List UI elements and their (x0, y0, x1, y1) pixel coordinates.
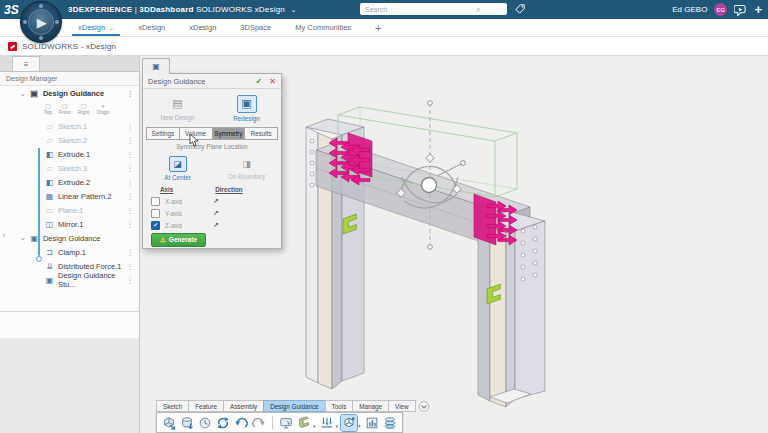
warning-icon: ⚠ (160, 236, 166, 244)
tree-item-mirror-1[interactable]: ◫ Mirror.1 ⋮ (0, 217, 139, 231)
compass-play-icon: ▶ (37, 16, 47, 29)
redo-button[interactable] (251, 415, 267, 431)
save-model-button[interactable] (179, 415, 195, 431)
main-area: ≡ Design Manager ⌄ ▣ Design Guidance ⋮ ▢… (0, 55, 768, 433)
dassault-3ds-logo[interactable]: 3S (4, 3, 22, 17)
view-top-button[interactable]: ▢ Top (44, 104, 52, 115)
user-name[interactable]: Ed GEBO (672, 5, 707, 14)
close-icon[interactable]: ✕ (269, 77, 276, 86)
display-states-button[interactable] (278, 415, 294, 431)
y-direction-flip-icon[interactable]: ↗ (213, 209, 219, 217)
add-icon[interactable]: + (754, 3, 762, 16)
search-input[interactable] (360, 3, 507, 15)
tab-tools[interactable]: Tools (325, 400, 353, 412)
tab-3dspace[interactable]: 3DSpace (228, 19, 283, 36)
z-direction-flip-icon[interactable]: ↗ (213, 221, 219, 229)
tree-item-extrude-1[interactable]: ◧ Extrude.1 ⋮ (0, 147, 139, 161)
panel-collapse-button[interactable]: ‹ (0, 227, 8, 243)
x-direction-flip-icon[interactable]: ↗ (213, 197, 219, 205)
redesign-option[interactable]: ▣ Redesign (212, 89, 281, 127)
item-menu-icon[interactable]: ⋮ (127, 89, 135, 98)
tab-xdesign-2[interactable]: xDesign (126, 19, 177, 36)
tree-node-design-guidance[interactable]: ⌄ ▣ Design Guidance (0, 231, 139, 245)
clamp-tool-button[interactable] (296, 415, 312, 431)
toolbar-collapse-icon[interactable] (418, 401, 430, 412)
tree-item-linear-pattern-2[interactable]: ▦ Linear Pattern.2 ⋮ (0, 189, 139, 203)
design-manager-tab[interactable]: ≡ (12, 56, 40, 71)
action-bar-tabs: Sketch Feature Assembly Design Guidance … (156, 400, 430, 412)
tree-item-clamp-1[interactable]: ⊐ Clamp.1 ⋮ (0, 245, 139, 259)
tab-xdesign-3[interactable]: xDesign (177, 19, 228, 36)
xdesign-application-window: 3S 3DEXPERIENCE | 3DDashboard SOLIDWORKS… (0, 0, 768, 433)
tab-view[interactable]: View (388, 400, 416, 412)
confirm-icon[interactable]: ✔ (256, 77, 263, 86)
tab-feature[interactable]: Feature (188, 400, 223, 412)
item-menu-icon[interactable]: ⋮ (127, 178, 135, 187)
item-menu-icon[interactable]: ⋮ (127, 192, 135, 201)
dropdown-caret-icon[interactable]: ▾ (313, 423, 316, 429)
tag-icon[interactable] (515, 4, 525, 14)
tab-sketch[interactable]: Sketch (156, 400, 188, 412)
dialog-title-bar[interactable]: Design Guidance ✔ ✕ (143, 74, 281, 89)
item-menu-icon[interactable]: ⋮ (127, 262, 135, 271)
tab-xdesign-1[interactable]: xDesign ⌄ (66, 19, 126, 36)
generate-button[interactable]: ⚠ Generate (151, 233, 206, 247)
tab-symmetry[interactable]: Symmetry (213, 127, 246, 140)
at-center-option[interactable]: ◪ At Center (143, 152, 212, 184)
simulation-stack-button[interactable] (382, 415, 398, 431)
item-menu-icon[interactable]: ⋮ (127, 164, 135, 173)
update-sync-button[interactable] (215, 415, 231, 431)
design-guidance-study-button[interactable] (341, 415, 357, 431)
insert-model-button[interactable] (161, 415, 177, 431)
chevron-down-icon[interactable]: ⌄ (290, 6, 296, 13)
item-menu-icon[interactable]: ⋮ (127, 122, 135, 131)
tree-item-plane-1[interactable]: ▭ Plane.1 ⋮ (0, 203, 139, 217)
item-menu-icon[interactable]: ⋮ (127, 276, 135, 285)
3d-compass[interactable]: ▶ (20, 1, 62, 43)
chevron-down-icon[interactable]: ⌄ (20, 234, 26, 242)
item-menu-icon[interactable]: ⋮ (127, 136, 135, 145)
distributed-force-tool-button[interactable] (319, 415, 335, 431)
view-front-button[interactable]: ▢ Front (59, 104, 71, 115)
undo-button[interactable] (233, 415, 249, 431)
tree-item-sketch-1[interactable]: ▱ Sketch.1 ⋮ (0, 119, 139, 133)
chevron-down-icon[interactable]: ⌄ (20, 90, 26, 98)
item-menu-icon[interactable]: ⋮ (127, 150, 135, 159)
platform-title[interactable]: 3DEXPERIENCE | 3DDashboard SOLIDWORKS xD… (68, 5, 297, 14)
search-icon[interactable]: ⌕ (476, 4, 481, 15)
feature-tree: ⌄ ▣ Design Guidance ⋮ ▢ Top ▢ Front (0, 86, 139, 311)
on-boundary-option[interactable]: ◨ On Boundary (212, 152, 281, 184)
view-right-button[interactable]: ▢ Right (78, 104, 90, 115)
item-menu-icon[interactable]: ⋮ (127, 206, 135, 215)
dropdown-caret-icon[interactable]: ▾ (336, 423, 339, 429)
tree-item-design-guidance-study[interactable]: ▣ Design Guidance Stu... ⋮ (0, 273, 139, 287)
tree-item-extrude-2[interactable]: ◧ Extrude.2 ⋮ (0, 175, 139, 189)
tree-item-sketch-2[interactable]: ▱ Sketch.2 ⋮ (0, 133, 139, 147)
tab-my-communities[interactable]: My Communities (283, 19, 363, 36)
x-axis-checkbox[interactable] (151, 197, 160, 206)
plane-icon: ▭ (44, 206, 55, 215)
message-icon[interactable] (734, 4, 747, 16)
tab-manage[interactable]: Manage (352, 400, 388, 412)
results-chart-icon (365, 416, 379, 430)
dropdown-caret-icon[interactable]: ▾ (358, 423, 361, 429)
add-tab-button[interactable]: + (363, 19, 393, 36)
tab-assembly[interactable]: Assembly (223, 400, 263, 412)
dialog-tab[interactable]: ▣ (142, 58, 170, 74)
tab-results[interactable]: Results (245, 127, 278, 140)
tab-design-guidance[interactable]: Design Guidance (263, 400, 324, 412)
clamp-icon: ⊐ (44, 248, 55, 257)
view-origin-button[interactable]: ⌖ Origin (96, 104, 109, 115)
redesign-icon: ▣ (237, 95, 257, 113)
avatar[interactable]: EG (714, 3, 727, 16)
y-axis-checkbox[interactable] (151, 209, 160, 218)
z-axis-checkbox[interactable]: ✔ (151, 221, 160, 230)
item-menu-icon[interactable]: ⋮ (127, 248, 135, 257)
tree-root-design-guidance[interactable]: ⌄ ▣ Design Guidance ⋮ (0, 87, 139, 100)
item-menu-icon[interactable]: ⋮ (127, 220, 135, 229)
results-chart-button[interactable] (364, 415, 380, 431)
new-design-option[interactable]: ▤ New Design (143, 89, 212, 127)
tab-settings[interactable]: Settings (146, 127, 180, 140)
history-button[interactable] (197, 415, 213, 431)
tree-item-sketch-3[interactable]: ▱ Sketch.3 ⋮ (0, 161, 139, 175)
